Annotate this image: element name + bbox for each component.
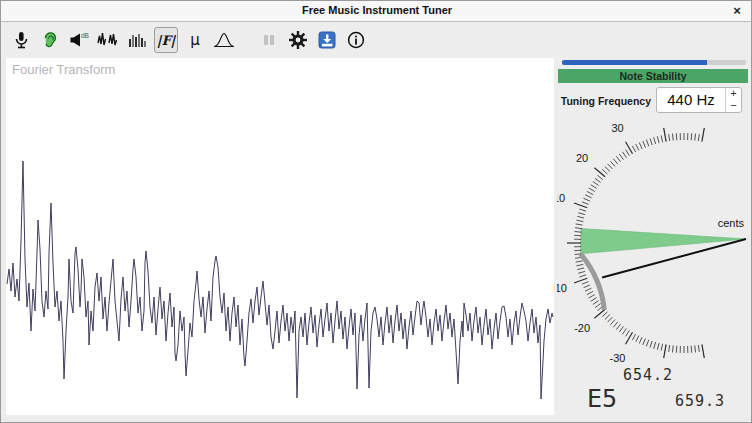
target-frequency-readout: 659.3: [675, 392, 725, 410]
fourier-view-button[interactable]: |F|: [154, 27, 178, 53]
spectrum-bars-icon: [127, 30, 147, 50]
svg-text:dB: dB: [81, 32, 89, 39]
tuning-frequency-row: Tuning Frequency 440 Hz + −: [557, 87, 747, 113]
record-save-button[interactable]: [315, 27, 339, 53]
about-button[interactable]: [344, 27, 368, 53]
ear-icon: [40, 30, 60, 50]
svg-text:-10: -10: [557, 282, 567, 294]
gaussian-button[interactable]: [212, 27, 236, 53]
pause-button[interactable]: [257, 27, 281, 53]
note-readout: E5: [587, 384, 617, 413]
info-icon: [347, 31, 365, 49]
close-icon[interactable]: ×: [729, 3, 745, 19]
svg-text:40: 40: [655, 116, 667, 118]
microphone-button[interactable]: [9, 27, 33, 53]
volume-progress-fill: [562, 60, 707, 65]
volume-progressbar: [562, 60, 746, 65]
listen-button[interactable]: [38, 27, 62, 53]
window-title: Free Music Instrument Tuner: [1, 4, 752, 16]
bell-curve-icon: [213, 30, 235, 50]
title-bar: Free Music Instrument Tuner ×: [1, 1, 752, 22]
note-stability-bar: Note Stability: [558, 69, 748, 83]
statistics-button[interactable]: μ: [183, 27, 207, 53]
spin-buttons: + −: [725, 88, 741, 112]
microphone-icon: [11, 30, 31, 50]
gauge-svg: -50-40-30-20-1001020304050 cents: [557, 116, 752, 366]
spectrum-bars-button[interactable]: [125, 27, 149, 53]
gauge-ticks: -50-40-30-20-1001020304050: [557, 116, 746, 366]
spectrum-line: [7, 161, 553, 399]
settings-button[interactable]: [286, 27, 310, 53]
tuning-frequency-label: Tuning Frequency: [561, 95, 651, 107]
toolbar: dB |F| μ: [1, 23, 752, 57]
fourier-plot: Fourier Transform: [6, 58, 554, 415]
volume-button[interactable]: dB: [67, 27, 91, 53]
spectrum-svg: [6, 58, 554, 415]
pause-icon: [261, 32, 277, 48]
app-window: { "window": { "title": "Free Music Instr…: [0, 0, 752, 423]
cents-gauge: -50-40-30-20-1001020304050 cents: [557, 116, 752, 366]
tuning-frequency-spinbox[interactable]: 440 Hz + −: [656, 87, 742, 113]
save-wav-icon: [317, 30, 337, 50]
svg-text:10: 10: [557, 192, 565, 204]
tuning-frequency-value[interactable]: 440 Hz: [657, 88, 725, 112]
svg-text:20: 20: [576, 152, 588, 164]
speaker-db-icon: dB: [68, 30, 90, 50]
waveform-icon: [97, 30, 119, 50]
waveform-view-button[interactable]: [96, 27, 120, 53]
tuner-panel: Note Stability Tuning Frequency 440 Hz +…: [557, 58, 752, 423]
gauge-unit-label: cents: [718, 217, 745, 229]
svg-text:30: 30: [611, 122, 623, 134]
current-frequency-readout: 654.2: [623, 366, 743, 384]
svg-text:-20: -20: [574, 322, 590, 334]
spin-down-button[interactable]: −: [726, 100, 741, 112]
svg-text:-30: -30: [610, 352, 626, 364]
gear-icon: [288, 30, 308, 50]
svg-text:50: 50: [701, 116, 713, 118]
